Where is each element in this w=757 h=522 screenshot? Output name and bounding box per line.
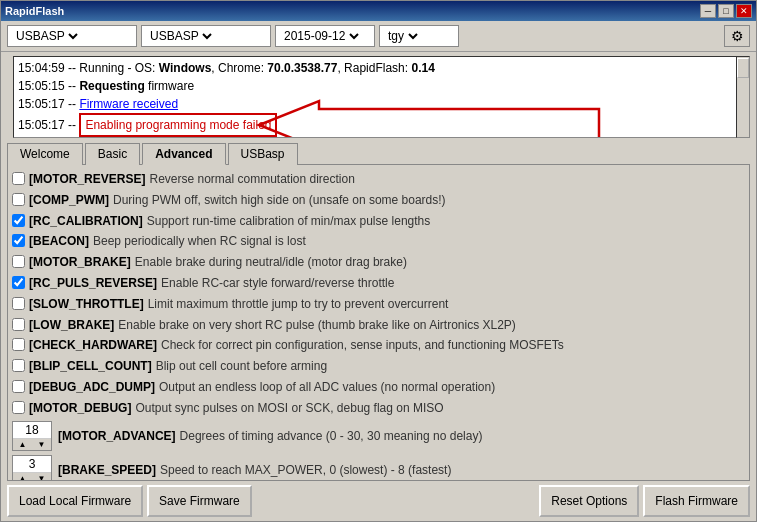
checkbox-rc-calibration[interactable]: [12, 214, 25, 227]
bottom-bar: Load Local Firmware Save Firmware Reset …: [1, 481, 756, 521]
log-line-3: 15:05:17 -- Firmware received: [18, 95, 727, 113]
option-slow-throttle: [SLOW_THROTTLE] Limit maximum throttle j…: [12, 294, 745, 315]
tab-usbasp[interactable]: USBasp: [228, 143, 298, 165]
device-select-2[interactable]: USBASP: [146, 28, 215, 44]
stepper-brake-speed-row: 3 ▲ ▼ [BRAKE_SPEED] Speed to reach MAX_P…: [12, 453, 745, 480]
brake-speed-value: 3: [13, 456, 51, 473]
motor-advance-down[interactable]: ▼: [32, 439, 51, 450]
checkbox-rc-puls-reverse[interactable]: [12, 276, 25, 289]
checkbox-comp-pwm[interactable]: [12, 193, 25, 206]
device-dropdown-1[interactable]: USBASP: [7, 25, 137, 47]
checkbox-slow-throttle[interactable]: [12, 297, 25, 310]
option-low-brake: [LOW_BRAKE] Enable brake on very short R…: [12, 315, 745, 336]
option-blip-cell-count: [BLIP_CELL_COUNT] Blip out cell count be…: [12, 356, 745, 377]
checkbox-motor-brake[interactable]: [12, 255, 25, 268]
motor-advance-value: 18: [13, 422, 51, 439]
option-check-hardware: [CHECK_HARDWARE] Check for correct pin c…: [12, 335, 745, 356]
flash-firmware-button[interactable]: Flash Firmware: [643, 485, 750, 517]
option-rc-puls-reverse: [RC_PULS_REVERSE] Enable RC-car style fo…: [12, 273, 745, 294]
option-beacon: [BEACON] Beep periodically when RC signa…: [12, 231, 745, 252]
option-motor-debug: [MOTOR_DEBUG] Output sync pulses on MOSI…: [12, 398, 745, 419]
date-dropdown[interactable]: 2015-09-12: [275, 25, 375, 47]
stepper-arrows-2: ▲ ▼: [13, 473, 51, 480]
checkbox-blip-cell-count[interactable]: [12, 359, 25, 372]
brake-speed-up[interactable]: ▲: [13, 473, 32, 480]
bottom-spacer: [256, 485, 536, 517]
log-area: 15:04:59 -- Running - OS: Windows, Chrom…: [13, 56, 744, 138]
content-area: [MOTOR_REVERSE] Reverse normal commutati…: [7, 164, 750, 481]
load-local-firmware-button[interactable]: Load Local Firmware: [7, 485, 143, 517]
log-line-4: 15:05:17 -- Enabling programming mode fa…: [18, 113, 727, 137]
save-firmware-button[interactable]: Save Firmware: [147, 485, 252, 517]
motor-advance-up[interactable]: ▲: [13, 439, 32, 450]
device-dropdown-2[interactable]: USBASP: [141, 25, 271, 47]
toolbar: USBASP USBASP 2015-09-12 tgy ⚙: [1, 21, 756, 52]
checkbox-debug-adc-dump[interactable]: [12, 380, 25, 393]
settings-button[interactable]: ⚙: [724, 25, 750, 47]
tab-welcome[interactable]: Welcome: [7, 143, 83, 165]
stepper-arrows: ▲ ▼: [13, 439, 51, 450]
option-motor-reverse: [MOTOR_REVERSE] Reverse normal commutati…: [12, 169, 745, 190]
title-buttons: ─ □ ✕: [700, 4, 752, 18]
main-window: RapidFlash ─ □ ✕ USBASP USBASP 2015-09-1…: [0, 0, 757, 522]
log-line-1: 15:04:59 -- Running - OS: Windows, Chrom…: [18, 59, 727, 77]
gear-icon: ⚙: [731, 28, 744, 44]
option-rc-calibration: [RC_CALIBRATION] Support run-time calibr…: [12, 211, 745, 232]
log-line-2: 15:05:15 -- Requesting firmware: [18, 77, 727, 95]
checkbox-check-hardware[interactable]: [12, 338, 25, 351]
title-bar: RapidFlash ─ □ ✕: [1, 1, 756, 21]
title-text: RapidFlash: [5, 5, 64, 17]
date-select[interactable]: 2015-09-12: [280, 28, 362, 44]
checkbox-motor-debug[interactable]: [12, 401, 25, 414]
device-select-1[interactable]: USBASP: [12, 28, 81, 44]
maximize-button[interactable]: □: [718, 4, 734, 18]
tab-advanced[interactable]: Advanced: [142, 143, 225, 165]
stepper-motor-advance-row: 18 ▲ ▼ [MOTOR_ADVANCE] Degrees of timing…: [12, 419, 745, 453]
close-button[interactable]: ✕: [736, 4, 752, 18]
tabs-row: Welcome Basic Advanced USBasp: [1, 138, 756, 164]
option-debug-adc-dump: [DEBUG_ADC_DUMP] Output an endless loop …: [12, 377, 745, 398]
tab-basic[interactable]: Basic: [85, 143, 140, 165]
motor-advance-stepper[interactable]: 18 ▲ ▼: [12, 421, 52, 451]
checkbox-beacon[interactable]: [12, 234, 25, 247]
minimize-button[interactable]: ─: [700, 4, 716, 18]
target-dropdown[interactable]: tgy: [379, 25, 459, 47]
option-comp-pwm: [COMP_PWM] During PWM off, switch high s…: [12, 190, 745, 211]
options-list: [MOTOR_REVERSE] Reverse normal commutati…: [8, 165, 749, 480]
target-select[interactable]: tgy: [384, 28, 421, 44]
option-motor-brake: [MOTOR_BRAKE] Enable brake during neutra…: [12, 252, 745, 273]
reset-options-button[interactable]: Reset Options: [539, 485, 639, 517]
checkbox-low-brake[interactable]: [12, 318, 25, 331]
checkbox-motor-reverse[interactable]: [12, 172, 25, 185]
brake-speed-down[interactable]: ▼: [32, 473, 51, 480]
brake-speed-stepper[interactable]: 3 ▲ ▼: [12, 455, 52, 480]
log-scrollbar[interactable]: [736, 56, 750, 138]
